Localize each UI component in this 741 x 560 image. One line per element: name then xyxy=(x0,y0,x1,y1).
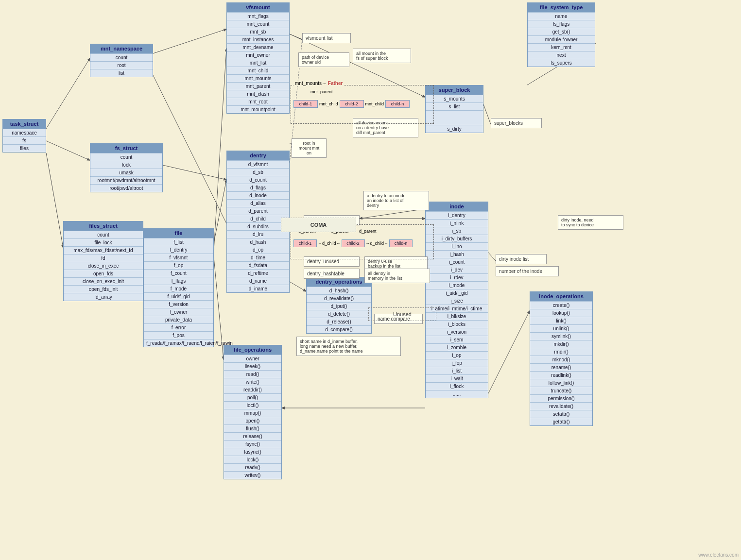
task-struct-namespace: namespace xyxy=(3,129,46,136)
file-system-type-box: file_system_type name fs_flags get_sb() … xyxy=(527,2,595,67)
unused-label: Unused xyxy=(368,307,436,321)
task-struct-title: task_struct xyxy=(3,119,46,129)
svg-line-13 xyxy=(483,104,491,124)
super-block-title: super_block xyxy=(426,85,483,95)
svg-line-11 xyxy=(290,34,302,39)
dentry-inode-note: a dentry to an inodean inode to a list o… xyxy=(363,191,429,210)
vfsmount-title: vfsmount xyxy=(227,3,289,12)
file-title: file xyxy=(144,229,213,238)
files-struct-box: files_struct count file_lock max_fds/max… xyxy=(63,221,143,301)
child-n-box: child-n xyxy=(385,100,410,108)
file-operations-title: file_operations xyxy=(224,345,281,355)
svg-line-5 xyxy=(163,165,226,180)
svg-line-0 xyxy=(46,58,90,129)
mnt-namespace-box: mnt_namespace count root list xyxy=(90,44,153,77)
inode-title: inode xyxy=(426,202,488,211)
svg-line-1 xyxy=(46,141,90,160)
dchild-2-box: child-2 xyxy=(342,239,365,247)
watermark: www.elecfans.com xyxy=(698,552,739,558)
father-label-1: Father xyxy=(328,81,343,86)
mnt-mounts-label: mnt_mounts→ Father xyxy=(293,81,344,86)
dentry-operations-box: dentry_operations d_hash() d_revalidate(… xyxy=(306,277,372,334)
svg-line-19 xyxy=(488,253,496,261)
all-dentry-note: all dentry inmemory in the list xyxy=(364,269,430,283)
super-blocks-note: super_blocks xyxy=(491,118,542,128)
task-struct-fs: fs xyxy=(3,136,46,144)
task-struct-files: files xyxy=(3,144,46,152)
dirty-inode-note: dirty inode, needto sync to device xyxy=(558,215,623,230)
super-block-box: super_block s_mounts s_list s_dirty xyxy=(425,85,483,133)
svg-line-4 xyxy=(153,75,226,223)
task-struct-box: task_struct namespace fs files xyxy=(2,119,46,153)
files-struct-title: files_struct xyxy=(64,221,143,231)
fs-struct-title: fs_struct xyxy=(90,144,162,153)
vfsmount-list-note: vfsmount list xyxy=(302,33,351,43)
svg-line-3 xyxy=(153,29,226,53)
svg-line-15 xyxy=(290,282,306,291)
file-box: file f_list f_dentry f_vfsmnt f_op f_cou… xyxy=(143,228,214,347)
mnt-mounts-group: mnt_mounts→ Father mnt_parent child-1 mn… xyxy=(291,85,434,124)
mnt-namespace-title: mnt_namespace xyxy=(90,44,153,53)
number-inode-note: number of the inode xyxy=(496,266,559,276)
vfsmount-box: vfsmount mnt_flags mnt_count mnt_sb mnt_… xyxy=(226,2,290,114)
fs-struct-box: fs_struct count lock umask rootmnt/pwdmn… xyxy=(90,143,163,192)
coma-label: COMA xyxy=(281,218,356,232)
svg-line-16 xyxy=(360,209,425,219)
mnt-parent-label: mnt_parent xyxy=(310,89,333,94)
path-device-note: path of deviceowner uid xyxy=(298,52,349,67)
inode-box: inode i_dentry i_nlink i_sb i_dirty_buff… xyxy=(425,202,488,398)
dentry-box: dentry d_vfsmnt d_sb d_count d_flags d_i… xyxy=(226,151,290,293)
root-in-mount-note: root inmount mnton xyxy=(292,138,327,158)
file-operations-box: file_operations owner llseek() read() wr… xyxy=(224,345,282,479)
dchild-1-box: child-1 xyxy=(293,239,317,247)
inode-operations-box: inode_operations create() lookup() link(… xyxy=(530,291,593,426)
child-2-box: child-2 xyxy=(340,100,364,108)
diagram: task_struct namespace fs files mnt_names… xyxy=(0,0,741,560)
dentry-hashtable-note: dentry_hashtable xyxy=(304,269,360,279)
all-mount-note: all mount in thefs of super block xyxy=(353,49,411,63)
dchild-n-box: child-n xyxy=(389,239,413,247)
dirty-inode-list-note: dirty inode list xyxy=(496,254,547,264)
inode-operations-title: inode_operations xyxy=(530,292,592,301)
file-system-type-title: file_system_type xyxy=(528,3,595,12)
child-1-box: child-1 xyxy=(293,100,318,108)
short-name-note: short name in d_iname buffer,long name n… xyxy=(296,337,401,356)
svg-line-8 xyxy=(214,49,226,250)
svg-line-17 xyxy=(488,311,530,393)
svg-line-2 xyxy=(46,153,63,248)
svg-line-7 xyxy=(214,180,226,243)
dentry-title: dentry xyxy=(227,151,289,160)
